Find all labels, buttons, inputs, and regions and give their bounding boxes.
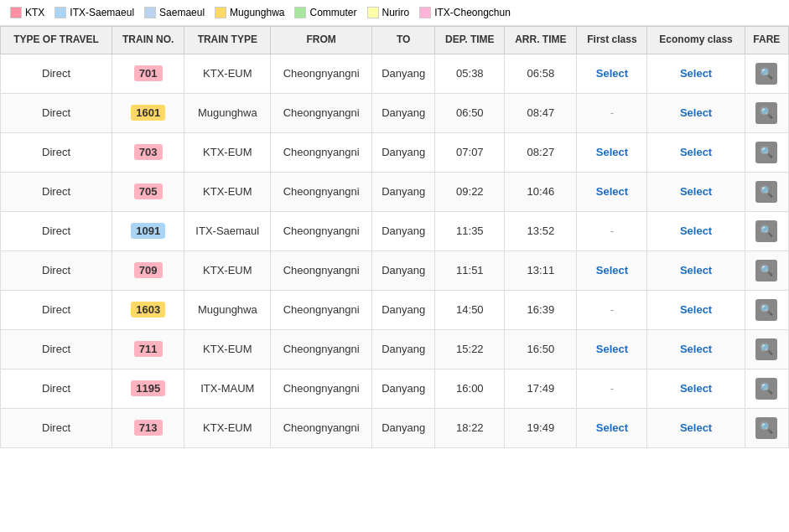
fare-search[interactable]: 🔍 [745,211,788,251]
from-station: Cheongnyangni [271,93,372,132]
to-station: Danyang [372,329,435,369]
travel-type: Direct [1,211,112,251]
fare-search-icon[interactable]: 🔍 [755,63,777,85]
fare-search-icon[interactable]: 🔍 [755,142,777,163]
first-class-select: - [577,369,647,408]
economy-class-select-button[interactable]: Select [680,106,712,119]
legend-label: ITX-Saemaeul [70,7,134,18]
fare-search-icon[interactable]: 🔍 [755,299,777,321]
travel-type: Direct [1,172,112,211]
first-class-unavailable: - [610,225,614,237]
legend-item: ITX-Cheongchun [419,7,511,18]
fare-search[interactable]: 🔍 [745,251,788,290]
to-station: Danyang [372,290,435,329]
fare-search[interactable]: 🔍 [745,290,788,329]
train-type: Mugunghwa [184,290,271,329]
fare-search[interactable]: 🔍 [745,329,788,369]
train-type: ITX-Saemaul [184,211,271,251]
economy-class-select[interactable]: Select [647,93,745,132]
fare-search-icon[interactable]: 🔍 [755,260,777,281]
first-class-select-button[interactable]: Select [596,185,628,198]
first-class-select-button[interactable]: Select [596,146,628,158]
economy-class-select[interactable]: Select [647,211,745,251]
legend-color-swatch [419,7,431,18]
economy-class-select[interactable]: Select [647,369,745,408]
economy-class-select[interactable]: Select [647,329,745,369]
train-number-badge: 709 [134,262,163,278]
economy-class-select-button[interactable]: Select [680,146,712,158]
train-number-badge: 1091 [131,223,165,239]
first-class-select-button[interactable]: Select [596,421,628,434]
first-class-select-button[interactable]: Select [596,264,628,276]
legend-label: Commuter [309,7,356,18]
economy-class-select-button[interactable]: Select [680,185,712,198]
economy-class-select-button[interactable]: Select [680,225,712,237]
departure-time: 07:07 [435,132,505,172]
from-station: Cheongnyangni [271,54,372,93]
first-class-select[interactable]: Select [577,172,647,211]
legend-item: Saemaeul [144,7,205,18]
fare-search[interactable]: 🔍 [745,54,788,93]
to-station: Danyang [372,172,435,211]
from-station: Cheongnyangni [271,251,372,290]
first-class-select[interactable]: Select [577,408,647,447]
fare-search[interactable]: 🔍 [745,369,788,408]
departure-time: 15:22 [435,329,505,369]
economy-class-select[interactable]: Select [647,290,745,329]
legend-label: KTX [25,7,44,18]
fare-search[interactable]: 🔍 [745,132,788,172]
fare-search-icon[interactable]: 🔍 [755,378,777,400]
departure-time: 09:22 [435,172,505,211]
travel-type: Direct [1,408,112,447]
first-class-select-button[interactable]: Select [596,67,628,80]
economy-class-select-button[interactable]: Select [680,303,712,316]
economy-class-select[interactable]: Select [647,172,745,211]
fare-search-icon[interactable]: 🔍 [755,181,777,203]
first-class-select-button[interactable]: Select [596,343,628,355]
fare-search-icon[interactable]: 🔍 [755,338,777,360]
first-class-select[interactable]: Select [577,329,647,369]
table-row: Direct705KTX-EUMCheongnyangniDanyang09:2… [1,172,789,211]
train-number-badge: 1195 [131,380,165,396]
table-row: Direct709KTX-EUMCheongnyangniDanyang11:5… [1,251,789,290]
first-class-select[interactable]: Select [577,54,647,93]
first-class-select: - [577,93,647,132]
departure-time: 16:00 [435,369,505,408]
legend-label: ITX-Cheongchun [434,7,511,18]
economy-class-select[interactable]: Select [647,408,745,447]
legend-item: KTX [10,7,44,18]
fare-search[interactable]: 🔍 [745,172,788,211]
economy-class-select-button[interactable]: Select [680,67,712,80]
economy-class-select-button[interactable]: Select [680,382,712,395]
economy-class-select[interactable]: Select [647,54,745,93]
economy-class-select[interactable]: Select [647,251,745,290]
legend-item: Commuter [294,7,356,18]
fare-search[interactable]: 🔍 [745,93,788,132]
legend-label: Mugunghwa [230,7,284,18]
economy-class-select-button[interactable]: Select [680,343,712,355]
first-class-select[interactable]: Select [577,251,647,290]
fare-search-icon[interactable]: 🔍 [755,220,777,242]
column-header: TO [372,27,435,54]
train-type: KTX-EUM [184,251,271,290]
first-class-select[interactable]: Select [577,132,647,172]
arrival-time: 13:52 [505,211,577,251]
fare-search-icon[interactable]: 🔍 [755,417,777,439]
column-header: Economy class [647,27,745,54]
column-header: First class [577,27,647,54]
to-station: Danyang [372,54,435,93]
column-header: TRAIN NO. [112,27,184,54]
legend-item: Mugunghwa [215,7,284,18]
economy-class-select-button[interactable]: Select [680,421,712,434]
train-number: 703 [112,132,184,172]
table-row: Direct713KTX-EUMCheongnyangniDanyang18:2… [1,408,789,447]
legend-item: ITX-Saemaeul [55,7,134,18]
fare-search[interactable]: 🔍 [745,408,788,447]
train-number-badge: 701 [134,65,163,81]
economy-class-select-button[interactable]: Select [680,264,712,276]
economy-class-select[interactable]: Select [647,132,745,172]
arrival-time: 16:50 [505,329,577,369]
fare-search-icon[interactable]: 🔍 [755,102,777,124]
train-number-badge: 703 [134,144,163,160]
legend-label: Saemaeul [159,7,205,18]
